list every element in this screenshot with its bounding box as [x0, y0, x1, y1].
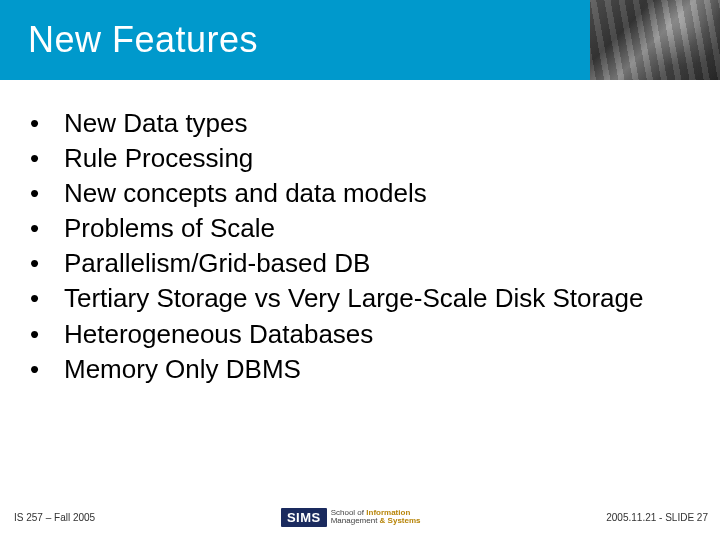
bullet-text: Heterogeneous Databases — [64, 317, 690, 352]
bullet-dot: • — [30, 246, 64, 281]
list-item: •Tertiary Storage vs Very Large-Scale Di… — [30, 281, 690, 316]
list-item: •Rule Processing — [30, 141, 690, 176]
bullet-text: New Data types — [64, 106, 690, 141]
bullet-dot: • — [30, 317, 64, 352]
bullet-text: Tertiary Storage vs Very Large-Scale Dis… — [64, 281, 690, 316]
slide: New Features •New Data types •Rule Proce… — [0, 0, 720, 540]
list-item: •Problems of Scale — [30, 211, 690, 246]
list-item: •New Data types — [30, 106, 690, 141]
bullet-dot: • — [30, 176, 64, 211]
bullet-text: Memory Only DBMS — [64, 352, 690, 387]
bullet-text: New concepts and data models — [64, 176, 690, 211]
slide-title: New Features — [0, 19, 258, 61]
list-item: •Parallelism/Grid-based DB — [30, 246, 690, 281]
bullet-text: Parallelism/Grid-based DB — [64, 246, 690, 281]
footer-logo: SIMS School of Information Management & … — [281, 508, 421, 527]
bullet-dot: • — [30, 281, 64, 316]
bullet-text: Rule Processing — [64, 141, 690, 176]
sims-logo-subtext: School of Information Management & Syste… — [331, 509, 421, 526]
bullet-dot: • — [30, 211, 64, 246]
sims-sub-line2b: Management — [331, 516, 378, 525]
bullet-list: •New Data types •Rule Processing •New co… — [30, 106, 690, 387]
list-item: •Memory Only DBMS — [30, 352, 690, 387]
bullet-dot: • — [30, 352, 64, 387]
sims-sub-line2c: & Systems — [380, 516, 421, 525]
bullet-dot: • — [30, 141, 64, 176]
list-item: •New concepts and data models — [30, 176, 690, 211]
sims-logo-badge: SIMS — [281, 508, 327, 527]
content-area: •New Data types •Rule Processing •New co… — [0, 80, 720, 504]
footer: IS 257 – Fall 2005 SIMS School of Inform… — [0, 504, 720, 540]
header-decorative-image — [590, 0, 720, 80]
footer-left-text: IS 257 – Fall 2005 — [14, 512, 95, 523]
bullet-dot: • — [30, 106, 64, 141]
bullet-text: Problems of Scale — [64, 211, 690, 246]
footer-right-text: 2005.11.21 - SLIDE 27 — [606, 512, 708, 523]
list-item: •Heterogeneous Databases — [30, 317, 690, 352]
header-bar: New Features — [0, 0, 720, 80]
